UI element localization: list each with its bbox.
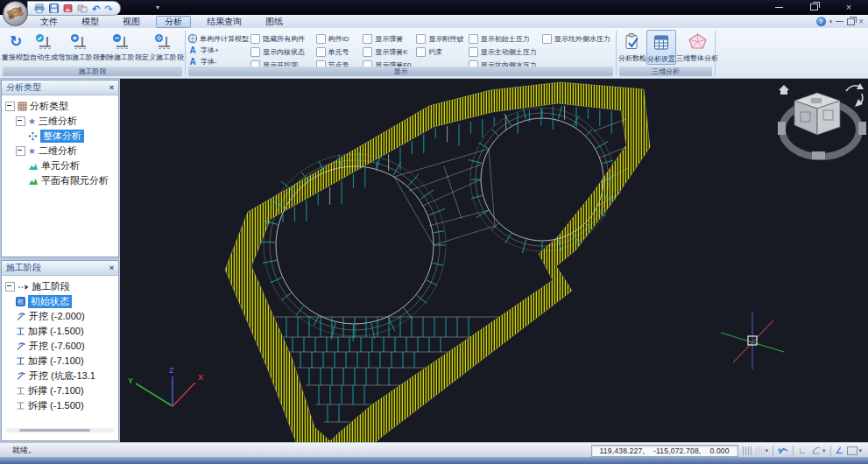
checkbox-box <box>416 34 426 44</box>
checkbox-show-active-earth-pressure[interactable]: 显示主动侧土压力 <box>469 47 540 57</box>
delete-stage-button[interactable]: 删除施工阶段 <box>100 31 142 62</box>
stage-item-remove-strut-1[interactable]: 拆撑 (-7.100) <box>5 383 118 398</box>
checkbox-member-id[interactable]: 构件ID <box>316 34 362 44</box>
checkbox-show-spring-k[interactable]: 显示弹簧K <box>363 47 414 57</box>
grid-settings-icon[interactable]: ▾ <box>756 446 769 455</box>
overall-3d-analysis-icon <box>688 32 708 51</box>
checkbox-box <box>469 47 478 57</box>
data-check-button[interactable]: 分析数检 <box>618 30 646 63</box>
app-logo-button[interactable] <box>3 1 28 26</box>
remove-strut-icon <box>16 401 25 411</box>
checkbox-box <box>251 34 260 44</box>
checkbox-show-spring[interactable]: 显示弹簧 <box>363 34 414 44</box>
tree-item-stage-root[interactable]: 施工阶段 <box>5 279 118 294</box>
checkbox-constraint[interactable]: 约束 <box>416 47 466 57</box>
ring-beam-left <box>264 154 446 336</box>
save-icon[interactable] <box>49 4 59 13</box>
object-snap-icon[interactable]: ▾ <box>811 446 826 455</box>
view-cube[interactable] <box>778 83 866 159</box>
checkbox-hide-all-members[interactable]: 隐藏所有构件 <box>251 34 314 44</box>
remove-strut-icon <box>16 386 25 396</box>
grid-display-icon[interactable] <box>743 446 752 455</box>
font-increase-button[interactable]: A 字体+ <box>187 46 249 55</box>
mdi-close-button[interactable]: × <box>858 17 864 26</box>
coord-x: 119,438.227, <box>600 446 645 455</box>
tab-analysis[interactable]: 分析 <box>156 16 191 28</box>
define-stage-button[interactable]: 定义施工阶段 <box>142 31 184 62</box>
stage-item-remove-strut-2[interactable]: 拆撑 (-1.500) <box>5 398 118 413</box>
mdi-restore-button[interactable] <box>847 18 855 25</box>
home-icon[interactable] <box>779 85 789 95</box>
qat-customize-arrow-icon[interactable]: ▾ <box>156 4 159 11</box>
checkbox-element-number[interactable]: 单元号 <box>316 47 362 57</box>
define-stage-icon <box>153 33 173 50</box>
coord-z: 0.000 <box>709 446 729 455</box>
tree-item-analysis-type-root[interactable]: 分析类型 <box>5 99 118 114</box>
help-icon[interactable]: ? <box>816 17 826 26</box>
tab-file[interactable]: 文件 <box>32 16 66 27</box>
font-decrease-button[interactable]: A 字体- <box>187 57 249 67</box>
tree-item-2d-analysis[interactable]: ★ 二维分析 <box>5 144 118 158</box>
stage-item-excavate-3[interactable]: 开挖 (坑底-13.1 <box>5 369 118 383</box>
add-strut-icon <box>16 327 25 336</box>
overall-3d-analysis-button[interactable]: 三维整体分析 <box>676 30 718 63</box>
ribbon-group-display: 单构件计算模型 A 字体+ A 字体- 隐藏所有构件 显示内核状态 <box>186 28 616 78</box>
analysis-settings-button[interactable]: 分析设置 <box>646 30 676 65</box>
stage-item-strut-2[interactable]: 加撑 (-7.100) <box>5 354 118 369</box>
tree-item-element-analysis[interactable]: 单元分析 <box>5 158 118 173</box>
minimize-button[interactable] <box>761 0 796 14</box>
group-label-display: 显示 <box>188 67 613 76</box>
mdi-minimize-button[interactable] <box>836 21 843 22</box>
stage-panel-close-icon[interactable]: × <box>109 264 114 272</box>
capture-icon[interactable] <box>77 4 88 13</box>
restore-button[interactable] <box>796 0 831 14</box>
ribbon-group-3d-analysis: 分析数检 分析设置 <box>617 28 715 78</box>
help-dropdown-icon[interactable]: ▾ <box>829 18 833 25</box>
tab-results[interactable]: 结果查询 <box>199 16 250 27</box>
stage-item-initial-state[interactable]: 初 初始状态 <box>5 294 118 309</box>
collapse-icon[interactable] <box>5 102 15 111</box>
analysis-settings-icon <box>653 33 670 52</box>
markup-icon[interactable] <box>63 4 73 13</box>
tree-item-plane-fem-analysis[interactable]: 平面有限元分析 <box>5 173 118 188</box>
scrollbar-thumb[interactable] <box>19 429 90 432</box>
checkbox-show-initial-earth-pressure[interactable]: 显示初始土压力 <box>469 34 540 44</box>
data-check-icon <box>624 32 641 51</box>
tab-view[interactable]: 视图 <box>115 16 148 27</box>
tree-item-overall-analysis[interactable]: 整体分析 <box>5 129 118 144</box>
stage-item-excavate-2[interactable]: 开挖 (-7.600) <box>5 339 118 354</box>
auto-generate-button[interactable]: 自动生成 <box>30 31 58 62</box>
checkbox-show-outer-water-pressure[interactable]: 显示坑外侧水压力 <box>542 34 614 44</box>
rebuild-model-button[interactable]: ↻ 重接模型 <box>2 31 30 62</box>
collapse-icon[interactable] <box>16 146 25 156</box>
ring-beam-right <box>470 108 614 251</box>
checkbox-box <box>316 47 326 57</box>
polar-tracking-icon[interactable] <box>778 446 788 455</box>
viewport-3d[interactable]: Y Z X <box>120 79 868 442</box>
quick-access-toolbar: ↶ ↷ <box>27 1 121 16</box>
analysis-panel-close-icon[interactable]: × <box>109 83 114 92</box>
initial-state-icon: 初 <box>16 297 25 306</box>
close-button[interactable]: × <box>831 0 866 14</box>
redo-icon[interactable]: ↷ <box>104 4 112 13</box>
collapse-icon[interactable] <box>16 116 25 126</box>
stage-item-strut-1[interactable]: 加撑 (-1.500) <box>5 324 118 339</box>
undo-icon[interactable]: ↶ <box>92 4 100 13</box>
checkbox-show-rigid-hinge[interactable]: 显示刚性铰 <box>416 34 466 44</box>
tab-drawings[interactable]: 图纸 <box>258 16 291 27</box>
mdi-window-controls: ? ▾ × <box>816 17 868 26</box>
plot-icon[interactable] <box>34 4 45 13</box>
add-stage-button[interactable]: 增加施工阶段 <box>58 31 100 62</box>
stage-item-excavate-1[interactable]: 开挖 (-2.000) <box>5 309 118 324</box>
component-model-button[interactable]: 单构件计算模型 <box>187 33 249 44</box>
selection-box-icon[interactable]: ▾ <box>847 446 862 455</box>
checkbox-show-core-state[interactable]: 显示内核状态 <box>251 47 314 57</box>
collapse-icon[interactable] <box>5 282 15 292</box>
rotate-arrows-icon[interactable] <box>846 83 864 107</box>
checkbox-box <box>416 47 426 57</box>
ortho-icon[interactable]: ∟ <box>798 446 807 455</box>
horizontal-scrollbar[interactable] <box>6 428 114 432</box>
angle-snap-icon[interactable]: ∠ <box>836 446 843 455</box>
tab-model[interactable]: 模型 <box>74 16 107 27</box>
tree-item-3d-analysis[interactable]: ★ 三维分析 <box>5 114 118 129</box>
